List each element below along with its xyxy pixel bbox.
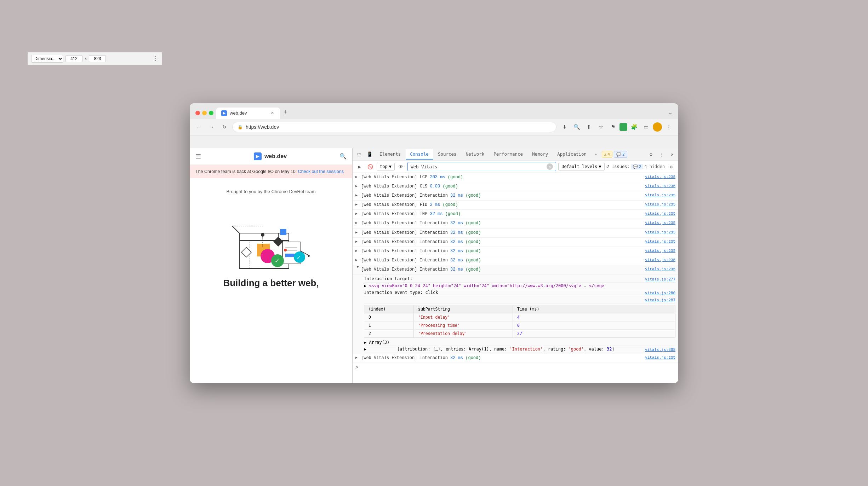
row-sub-part: 'Input delay': [414, 313, 513, 321]
attribution-line: ▶ {attribution: {…}, entries: Array(1), …: [364, 346, 675, 353]
notification-text: The Chrome team is back at Google I/O on…: [195, 169, 298, 174]
log-source[interactable]: vitals.js:235: [645, 355, 675, 360]
share-button[interactable]: ⬆: [583, 122, 594, 132]
console-log[interactable]: ▶ [Web Vitals Extension] LCP 203 ms (goo…: [353, 173, 678, 383]
expand-icon[interactable]: ▶: [355, 230, 361, 235]
expand-icon[interactable]: ▶: [355, 248, 361, 253]
tab-memory[interactable]: Memory: [528, 149, 552, 160]
row-sub-part: 'Processing time': [414, 322, 513, 329]
log-source[interactable]: vitals.js:235: [645, 257, 675, 262]
log-text: [Web Vitals Extension] Interaction 32 ms…: [361, 239, 645, 245]
tab-elements[interactable]: Elements: [375, 149, 405, 160]
info-icon: 💬: [616, 152, 621, 157]
attribution-source[interactable]: vitals.js:308: [645, 347, 675, 352]
array-expand-icon[interactable]: ▶: [364, 340, 366, 345]
table-row: 2 'Presentation delay' 27: [364, 330, 675, 337]
filter-clear-button[interactable]: ✕: [547, 163, 553, 170]
console-settings-button[interactable]: ⚙: [667, 162, 675, 171]
sidebar-button[interactable]: ▭: [641, 122, 651, 132]
expand-icon[interactable]: ▶: [355, 192, 361, 197]
expand-icon[interactable]: ▶: [355, 174, 361, 179]
issues-count-badge[interactable]: 💬 2: [631, 164, 643, 169]
log-source[interactable]: vitals.js:235: [645, 202, 675, 207]
expand-icon[interactable]: ▶: [355, 183, 361, 188]
browser-tab-active[interactable]: ▶ web.dev ✕: [216, 108, 280, 119]
log-source[interactable]: vitals.js:235: [645, 183, 675, 188]
svg-point-21: [284, 249, 287, 251]
settings-button[interactable]: ⚙: [646, 150, 656, 159]
minimize-window-button[interactable]: [202, 111, 207, 115]
tab-strip-chevron[interactable]: ⌄: [668, 110, 673, 119]
expand-icon[interactable]: ▶: [355, 239, 361, 244]
issues-badge[interactable]: 💬 2: [614, 151, 627, 158]
empty-source[interactable]: vitals.js:287: [645, 297, 675, 302]
expand-icon[interactable]: ▶: [355, 202, 361, 207]
log-source[interactable]: vitals.js:235: [645, 266, 675, 271]
device-toggle-button[interactable]: 📱: [365, 149, 375, 159]
expand-icon[interactable]: ▶: [355, 355, 361, 360]
site-search-button[interactable]: 🔍: [339, 153, 347, 160]
expand-icon[interactable]: ▶: [355, 257, 361, 262]
log-source[interactable]: vitals.js:235: [645, 192, 675, 197]
log-text: [Web Vitals Extension] FID 2 ms (good): [361, 202, 645, 208]
col-sub-part: subPartString: [414, 305, 513, 313]
svg-rect-7: [280, 229, 286, 235]
close-window-button[interactable]: [195, 111, 200, 115]
collapse-icon[interactable]: ▶: [356, 266, 361, 272]
log-source[interactable]: vitals.js:235: [645, 239, 675, 244]
eye-button[interactable]: 👁: [397, 162, 405, 171]
tab-close-button[interactable]: ✕: [269, 110, 275, 116]
download-button[interactable]: ⬇: [559, 122, 570, 132]
reload-button[interactable]: ↻: [219, 122, 229, 132]
log-source[interactable]: vitals.js:235: [645, 248, 675, 253]
log-source[interactable]: vitals.js:235: [645, 174, 675, 179]
attribution-expand-icon[interactable]: ▶: [364, 347, 366, 352]
devtools-tabs: ⬚ 📱 Elements Console Sources Network Per…: [353, 148, 678, 161]
issues-count: 2: [639, 164, 641, 169]
event-type-source[interactable]: vitals.js:280: [645, 290, 675, 295]
devtools-more-button[interactable]: ⋮: [657, 150, 666, 159]
sub-line-source[interactable]: vitals.js:277: [645, 276, 675, 282]
forward-button[interactable]: →: [207, 122, 217, 132]
back-button[interactable]: ←: [194, 122, 204, 132]
more-tabs-button[interactable]: »: [592, 151, 600, 158]
tab-console[interactable]: Console: [406, 149, 433, 160]
inspect-element-button[interactable]: ⬚: [354, 149, 364, 159]
log-levels-selector[interactable]: Default levels ▼: [558, 163, 604, 170]
address-bar[interactable]: 🔒 https://web.dev: [232, 122, 556, 132]
extension-green-button[interactable]: [619, 123, 627, 131]
expand-icon[interactable]: ▶: [355, 211, 361, 216]
close-devtools-button[interactable]: ✕: [668, 150, 677, 159]
svg-expand-icon[interactable]: ▶: [364, 283, 366, 288]
hamburger-menu-button[interactable]: ☰: [195, 152, 201, 160]
more-button[interactable]: ⋮: [663, 122, 674, 132]
puzzle-button[interactable]: 🧩: [629, 122, 639, 132]
expand-icon[interactable]: ▶: [355, 220, 361, 225]
console-toolbar: ▶ 🚫 top ▼ 👁 Web Vitals ✕ Default levels …: [353, 161, 678, 173]
flag-button[interactable]: ⚑: [607, 122, 618, 132]
warnings-badge[interactable]: ⚠ 4: [602, 151, 612, 158]
profile-button[interactable]: [653, 122, 662, 132]
new-tab-button[interactable]: +: [281, 108, 291, 117]
tab-application[interactable]: Application: [553, 149, 591, 160]
log-text: [Web Vitals Extension] Interaction 32 ms…: [361, 266, 645, 273]
log-source[interactable]: vitals.js:235: [645, 211, 675, 216]
log-entry: ▶ [Web Vitals Extension] LCP 203 ms (goo…: [353, 173, 678, 182]
tab-network[interactable]: Network: [462, 149, 489, 160]
log-entry: ▶ [Web Vitals Extension] Interaction 32 …: [353, 219, 678, 228]
sub-line-interaction-target: Interaction target: vitals.js:277: [364, 276, 675, 283]
maximize-window-button[interactable]: [209, 111, 213, 115]
clear-console-button[interactable]: ▶: [355, 162, 364, 171]
console-filter-bar[interactable]: Web Vitals ✕: [407, 162, 556, 171]
zoom-button[interactable]: 🔍: [571, 122, 582, 132]
log-source[interactable]: vitals.js:235: [645, 230, 675, 235]
context-selector[interactable]: top ▼: [377, 163, 395, 170]
bookmark-button[interactable]: ☆: [595, 122, 606, 132]
log-source[interactable]: vitals.js:235: [645, 220, 675, 225]
log-text: [Web Vitals Extension] Interaction 32 ms…: [361, 355, 645, 361]
tab-title: web.dev: [230, 110, 267, 116]
tab-sources[interactable]: Sources: [434, 149, 461, 160]
tab-performance[interactable]: Performance: [489, 149, 527, 160]
stop-button[interactable]: 🚫: [366, 162, 375, 171]
notification-link[interactable]: Check out the sessions: [298, 169, 344, 174]
